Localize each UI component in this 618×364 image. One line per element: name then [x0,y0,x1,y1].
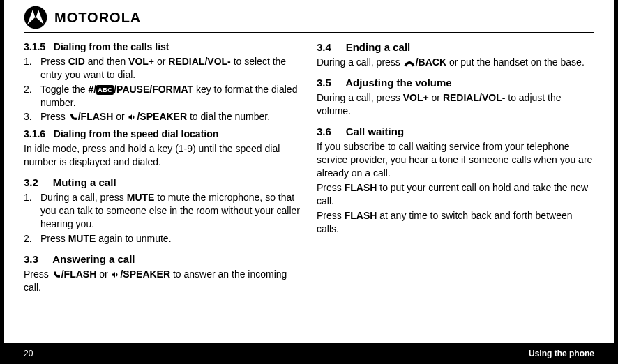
step: 2. Press MUTE again to unmute. [24,232,301,245]
phone-icon [52,271,61,279]
step: 3. Press /FLASH or /SPEAKER to dial the … [24,110,301,123]
step: 2. Toggle the #/ABC/PAUSE/FORMAT key to … [24,83,301,109]
step-number: 2. [24,83,36,109]
step-number: 1. [24,191,36,231]
heading-3-2: 3.2 Muting a call [24,176,301,190]
footer-section: Using the phone [529,349,594,358]
page-root: MOTOROLA 3.1.5 Dialing from the calls li… [0,0,618,364]
step-body: Press /FLASH or /SPEAKER to dial the num… [40,110,270,123]
body-3-6-3: Press FLASH at any time to switch back a… [317,209,594,236]
step-body: Toggle the #/ABC/PAUSE/FORMAT key to for… [40,83,301,109]
step-number: 3. [24,110,36,123]
heading-3-6: 3.6 Call waiting [317,125,594,139]
abc-icon: ABC [96,85,114,95]
heading-3-5: 3.5 Adjusting the volume [317,76,594,90]
section-number: 3.6 [317,125,331,139]
hangup-icon [403,60,416,67]
body-3-6-1: If you subscribe to call waiting service… [317,140,594,180]
section-title: Dialing from the speed dial location [54,128,218,139]
steps-3-2: 1. During a call, press MUTE to mute the… [24,191,301,245]
left-column: 3.1.5 Dialing from the calls list 1. Pre… [24,40,301,296]
step-body: Press CID and then VOL+ or REDIAL/VOL- t… [40,55,301,82]
sheet: MOTOROLA 3.1.5 Dialing from the calls li… [4,0,614,343]
step-body: Press MUTE again to unmute. [40,232,172,245]
step-number: 1. [24,55,36,82]
heading-3-3: 3.3 Answering a call [24,252,301,266]
body-3-5: During a call, press VOL+ or REDIAL/VOL-… [317,91,594,118]
speaker-icon [127,113,137,121]
heading-3-4: 3.4 Ending a call [317,40,594,54]
section-number: 3.1.6 [24,128,45,141]
step-number: 2. [24,232,36,245]
body-3-4: During a call, press /BACK or put the ha… [317,56,594,69]
section-number: 3.5 [317,76,331,90]
phone-icon [68,113,78,121]
motorola-logo-icon [24,6,47,29]
step: 1. During a call, press MUTE to mute the… [24,191,301,231]
page-number: 20 [24,349,33,358]
content-columns: 3.1.5 Dialing from the calls list 1. Pre… [24,33,594,296]
body-3-6-2: Press FLASH to put your current call on … [317,181,594,208]
footer: 20 Using the phone [4,343,614,364]
section-title: Muting a call [53,176,116,188]
section-number: 3.2 [24,176,38,190]
section-title: Answering a call [52,253,135,265]
step: 1. Press CID and then VOL+ or REDIAL/VOL… [24,55,301,82]
section-number: 3.4 [317,40,331,54]
section-number: 3.3 [24,252,38,266]
section-title: Adjusting the volume [345,77,452,89]
speaker-icon [110,271,120,279]
section-title: Dialing from the calls list [54,41,169,52]
heading-3-1-6: 3.1.6 Dialing from the speed dial locati… [24,128,301,141]
section-title: Call waiting [346,126,404,137]
step-body: During a call, press MUTE to mute the mi… [40,191,301,231]
section-title: Ending a call [346,41,411,53]
body-3-1-6: In idle mode, press and hold a key (1-9)… [24,142,301,169]
brand-text: MOTOROLA [54,10,141,26]
heading-3-1-5: 3.1.5 Dialing from the calls list [24,40,301,54]
section-number: 3.1.5 [24,40,45,54]
header: MOTOROLA [24,3,594,33]
body-3-3: Press /FLASH or /SPEAKER to answer an th… [24,268,301,294]
steps-3-1-5: 1. Press CID and then VOL+ or REDIAL/VOL… [24,55,301,123]
right-column: 3.4 Ending a call During a call, press /… [317,40,594,296]
